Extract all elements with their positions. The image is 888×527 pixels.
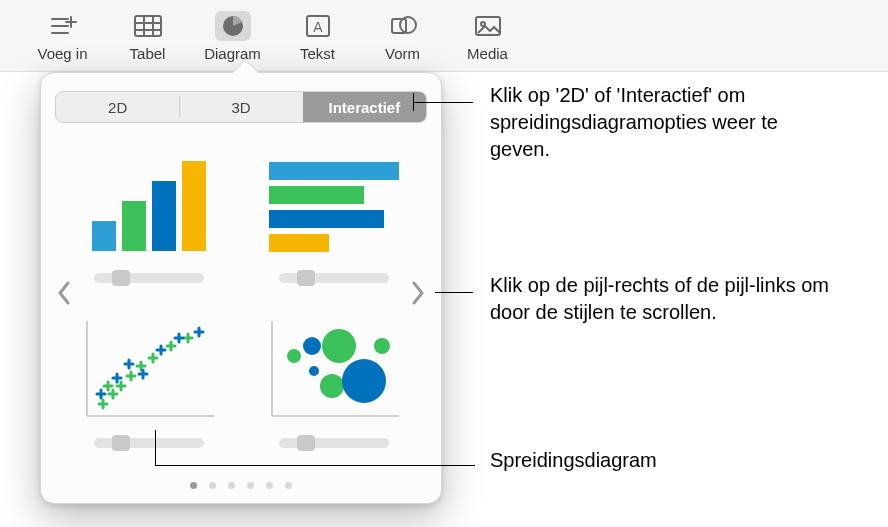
- toolbar-item-table[interactable]: Tabel: [105, 11, 190, 62]
- style-slider[interactable]: [279, 438, 389, 448]
- chart-style-bubble[interactable]: [259, 316, 409, 448]
- svg-rect-20: [182, 161, 206, 251]
- svg-point-29: [287, 349, 301, 363]
- svg-rect-23: [269, 210, 384, 228]
- style-slider[interactable]: [94, 438, 204, 448]
- svg-rect-17: [92, 221, 116, 251]
- svg-point-34: [342, 359, 386, 403]
- page-dot[interactable]: [228, 482, 235, 489]
- svg-point-30: [309, 366, 319, 376]
- page-dot[interactable]: [209, 482, 216, 489]
- toolbar-item-label: Tabel: [130, 45, 166, 62]
- svg-rect-21: [269, 162, 399, 180]
- callout-leader: [155, 465, 475, 466]
- callout-leader: [155, 430, 156, 465]
- toolbar-item-label: Voeg in: [37, 45, 87, 62]
- page-dots: [41, 482, 441, 489]
- toolbar-item-label: Diagram: [204, 45, 261, 62]
- svg-point-35: [374, 338, 390, 354]
- chart-style-horizontal-bar[interactable]: [259, 151, 409, 283]
- toolbar-item-label: Vorm: [385, 45, 420, 62]
- segment-2d[interactable]: 2D: [56, 92, 179, 122]
- chart-style-scatter[interactable]: [74, 316, 224, 448]
- toolbar-item-insert[interactable]: Voeg in: [20, 11, 105, 62]
- svg-text:A: A: [313, 19, 323, 35]
- shape-icon: [385, 11, 421, 41]
- chart-popover: 2D 3D Interactief: [40, 72, 442, 504]
- callout-leader: [413, 93, 414, 111]
- svg-rect-5: [135, 16, 161, 36]
- style-slider[interactable]: [279, 273, 389, 283]
- callout-scatter: Spreidingsdiagram: [490, 447, 657, 474]
- chart-style-vertical-bar[interactable]: [74, 151, 224, 283]
- toolbar-item-label: Media: [467, 45, 508, 62]
- scatter-icon: [79, 316, 219, 426]
- page-dot[interactable]: [247, 482, 254, 489]
- media-icon: [470, 11, 506, 41]
- segment-3d[interactable]: 3D: [179, 92, 302, 122]
- insert-icon: [45, 11, 81, 41]
- toolbar-item-chart[interactable]: Diagram: [190, 11, 275, 62]
- segment-interactive[interactable]: Interactief: [303, 92, 426, 122]
- svg-rect-19: [152, 181, 176, 251]
- toolbar-item-media[interactable]: Media: [445, 11, 530, 62]
- svg-point-31: [303, 337, 321, 355]
- toolbar: Voeg in Tabel Diagram: [0, 0, 888, 72]
- table-icon: [130, 11, 166, 41]
- text-icon: A: [300, 11, 336, 41]
- toolbar-item-shape[interactable]: Vorm: [360, 11, 445, 62]
- page-dot[interactable]: [190, 482, 197, 489]
- toolbar-item-text[interactable]: A Tekst: [275, 11, 360, 62]
- bubble-icon: [264, 316, 404, 426]
- page-dot[interactable]: [266, 482, 273, 489]
- callout-arrows: Klik op de pijl-rechts of de pijl-links …: [490, 272, 840, 326]
- svg-rect-22: [269, 186, 364, 204]
- chart-icon: [215, 11, 251, 41]
- svg-point-14: [400, 17, 416, 33]
- chart-style-grid: [71, 138, 411, 448]
- vertical-bar-icon: [79, 151, 219, 261]
- page-dot[interactable]: [285, 482, 292, 489]
- svg-point-32: [322, 329, 356, 363]
- style-slider[interactable]: [94, 273, 204, 283]
- svg-rect-24: [269, 234, 329, 252]
- horizontal-bar-icon: [264, 151, 404, 261]
- callout-leader: [435, 292, 473, 293]
- callout-tabs: Klik op '2D' of 'Interactief' om spreidi…: [490, 82, 840, 163]
- svg-rect-18: [122, 201, 146, 251]
- chart-type-segmented: 2D 3D Interactief: [55, 91, 427, 123]
- svg-point-33: [320, 374, 344, 398]
- toolbar-item-label: Tekst: [300, 45, 335, 62]
- callout-leader: [413, 102, 473, 103]
